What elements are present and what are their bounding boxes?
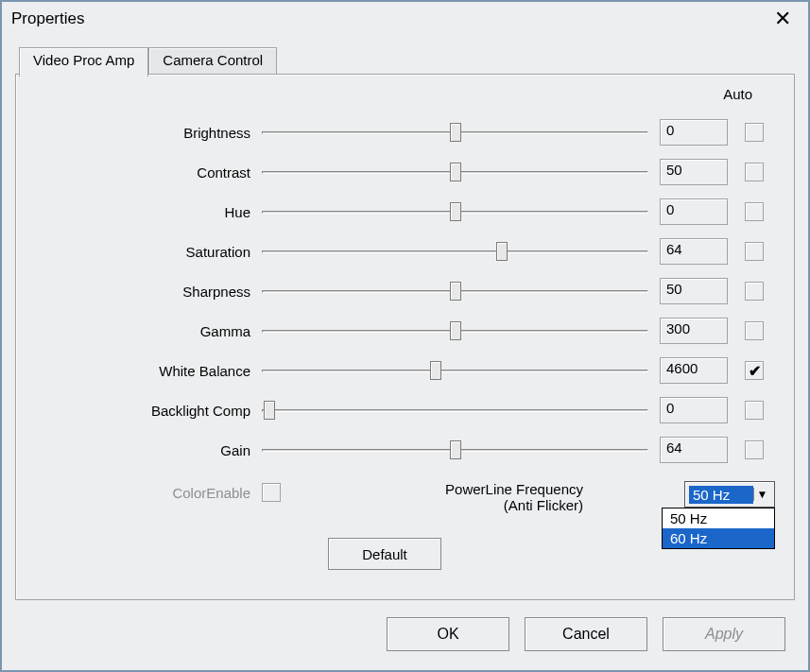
property-slider[interactable] [262, 202, 648, 221]
property-slider[interactable] [262, 440, 648, 459]
property-row: Gain64 [16, 430, 794, 470]
property-slider[interactable] [262, 282, 648, 301]
property-slider[interactable] [262, 321, 648, 340]
chevron-down-icon[interactable]: ▼ [753, 488, 770, 501]
close-icon[interactable]: ✕ [767, 7, 799, 31]
property-row: Gamma300 [16, 311, 794, 351]
property-value[interactable]: 64 [660, 238, 728, 265]
default-button[interactable]: Default [328, 538, 441, 570]
auto-checkbox[interactable] [745, 282, 764, 301]
auto-checkbox[interactable] [745, 202, 764, 221]
property-value[interactable]: 0 [660, 119, 728, 146]
tab-panel: Auto Brightness0Contrast50Hue0Saturation… [15, 74, 795, 600]
tab-video-proc-amp[interactable]: Video Proc Amp [19, 47, 148, 77]
tab-camera-control[interactable]: Camera Control [148, 47, 277, 76]
title-bar: Properties ✕ [2, 2, 808, 36]
powerline-selected: 50 Hz [689, 486, 753, 504]
tab-strip: Video Proc Amp Camera Control [19, 47, 277, 76]
color-enable-checkbox [262, 483, 281, 502]
property-row: Contrast50 [16, 152, 794, 192]
property-row: Brightness0 [16, 112, 794, 152]
dialog-button-row: OK Cancel Apply [387, 617, 785, 651]
property-value[interactable]: 50 [660, 278, 728, 304]
property-value[interactable]: 0 [660, 397, 728, 423]
property-row: Hue0 [16, 192, 794, 232]
powerline-dropdown[interactable]: 50 Hz60 Hz [662, 508, 775, 549]
property-label: Saturation [16, 244, 262, 260]
property-row: White Balance4600 [16, 351, 794, 390]
powerline-option[interactable]: 50 Hz [663, 508, 774, 528]
property-row: Saturation64 [16, 232, 794, 271]
auto-checkbox[interactable] [745, 321, 764, 340]
ok-button[interactable]: OK [387, 617, 509, 651]
property-row: Backlight Comp0 [16, 390, 794, 430]
auto-checkbox[interactable] [745, 123, 764, 142]
property-slider[interactable] [262, 401, 648, 420]
auto-column-header: Auto [723, 86, 752, 102]
property-label: Sharpness [16, 284, 262, 300]
apply-button: Apply [663, 617, 785, 651]
cancel-button[interactable]: Cancel [525, 617, 647, 651]
color-enable-label: ColorEnable [16, 485, 262, 501]
powerline-label: PowerLine Frequency (Anti Flicker) [347, 481, 583, 513]
property-label: Gamma [16, 323, 262, 339]
property-label: White Balance [16, 363, 262, 379]
property-value[interactable]: 0 [660, 198, 728, 225]
property-label: Hue [16, 204, 262, 220]
property-value[interactable]: 64 [660, 437, 728, 463]
property-slider[interactable] [262, 163, 648, 181]
property-slider[interactable] [262, 242, 648, 261]
property-value[interactable]: 4600 [660, 357, 728, 384]
auto-checkbox[interactable] [745, 401, 764, 420]
properties-dialog: Properties ✕ Video Proc Amp Camera Contr… [0, 0, 810, 672]
client-area: Video Proc Amp Camera Control Auto Brigh… [15, 47, 795, 600]
auto-checkbox[interactable] [745, 440, 764, 459]
window-title: Properties [11, 9, 84, 28]
property-label: Gain [16, 442, 262, 458]
auto-checkbox[interactable] [745, 163, 764, 181]
auto-checkbox[interactable] [745, 242, 764, 261]
property-label: Contrast [16, 164, 262, 181]
property-value[interactable]: 300 [660, 318, 728, 344]
property-slider[interactable] [262, 123, 648, 142]
powerline-select[interactable]: 50 Hz ▼ [684, 481, 775, 508]
powerline-option[interactable]: 60 Hz [663, 528, 774, 548]
color-enable-row: ColorEnable [16, 483, 281, 502]
property-label: Brightness [16, 125, 262, 141]
property-row: Sharpness50 [16, 271, 794, 311]
property-slider[interactable] [262, 361, 648, 380]
property-label: Backlight Comp [16, 403, 262, 419]
auto-checkbox[interactable] [745, 361, 764, 380]
property-value[interactable]: 50 [660, 159, 728, 185]
